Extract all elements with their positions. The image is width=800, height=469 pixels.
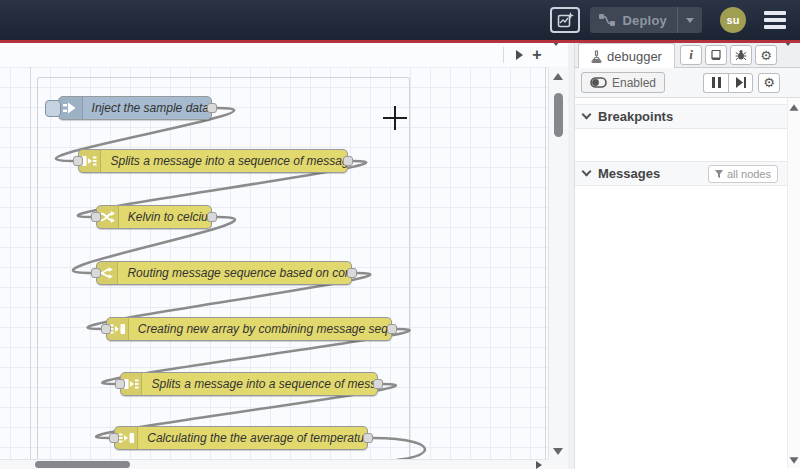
node-label: Creating new array by combining message …: [129, 318, 391, 340]
chevron-down-icon: [552, 43, 560, 63]
sidebar-tabbar: debugger i ⚙: [575, 43, 800, 68]
node-port-input[interactable]: [91, 212, 101, 222]
gear-icon: ⚙: [760, 49, 772, 62]
flow-node-join[interactable]: Calculating the the average of temperatu…: [114, 426, 368, 450]
play-icon: [516, 50, 523, 60]
scroll-up-arrow[interactable]: [553, 73, 563, 80]
messages-list: [575, 186, 800, 431]
node-label: Kelvin to celcius: [119, 206, 211, 228]
enabled-toggle-button[interactable]: Enabled: [581, 72, 665, 93]
settings-button[interactable]: ⚙: [755, 45, 777, 65]
deploy-button[interactable]: Deploy: [590, 7, 702, 33]
book-icon: [710, 49, 722, 61]
inject-icon: [59, 97, 83, 119]
node-port-input[interactable]: [115, 379, 125, 389]
menu-icon: [764, 11, 786, 15]
step-button[interactable]: [728, 73, 753, 93]
node-label: Splits a message into a sequence of mess…: [142, 373, 377, 395]
node-port-output[interactable]: [207, 103, 217, 113]
breakpoints-list: [575, 129, 800, 155]
breakpoints-title: Breakpoints: [598, 109, 673, 124]
info-icon: i: [689, 47, 693, 63]
sidebar-tab-buttons: i ⚙: [680, 45, 796, 67]
workspace-left-edge: [30, 67, 31, 459]
node-port-input[interactable]: [109, 433, 119, 443]
node-label: Inject the sample data: [83, 97, 211, 119]
node-label: Calculating the the average of temperatu…: [138, 427, 367, 449]
info-button[interactable]: i: [680, 45, 702, 65]
pause-icon: [712, 77, 721, 88]
canvas-vertical-scrollbar[interactable]: [548, 67, 568, 459]
sidebar: debugger i ⚙: [575, 43, 800, 469]
step-icon: [736, 77, 746, 88]
tab-label: debugger: [607, 49, 662, 64]
node-port-output[interactable]: [363, 433, 373, 443]
debugger-settings-button[interactable]: ⚙: [758, 73, 780, 93]
horizontal-scrollbar-thumb[interactable]: [35, 461, 130, 468]
chevron-down-icon: [582, 110, 592, 120]
scroll-down-arrow[interactable]: [553, 448, 563, 455]
flow-assistant-button[interactable]: [550, 7, 580, 33]
canvas-horizontal-scrollbar[interactable]: [0, 459, 548, 469]
scroll-right-arrow[interactable]: [536, 461, 542, 469]
node-port-input[interactable]: [73, 156, 83, 166]
chevron-down-icon: [686, 18, 694, 23]
canvas-toolbar: +: [0, 43, 568, 67]
node-port-output[interactable]: [343, 156, 353, 166]
node-port-input[interactable]: [101, 324, 111, 334]
flow-sparkle-icon: [557, 12, 574, 29]
chevron-down-icon: [582, 167, 592, 177]
user-avatar[interactable]: su: [720, 7, 746, 33]
main-menu-button[interactable]: [764, 11, 786, 29]
scroll-down-arrow[interactable]: [790, 457, 799, 463]
debugger-toolbar: Enabled ⚙: [575, 68, 800, 98]
toggle-icon: [590, 77, 607, 88]
flow-node-join[interactable]: Creating new array by combining message …: [106, 317, 392, 341]
node-port-output[interactable]: [373, 379, 383, 389]
filter-all-nodes-button[interactable]: all nodes: [708, 165, 778, 183]
tab-debugger[interactable]: debugger: [578, 43, 675, 68]
deploy-options-caret[interactable]: [678, 18, 702, 23]
canvas-play-button[interactable]: [510, 46, 528, 64]
debug-button[interactable]: [730, 45, 752, 65]
node-port-output[interactable]: [387, 324, 397, 334]
pause-button[interactable]: [703, 73, 728, 93]
section-breakpoints[interactable]: Breakpoints: [575, 104, 800, 129]
header-accent-line: [0, 40, 800, 43]
canvas-add-button[interactable]: +: [528, 46, 546, 64]
node-label: Routing message sequence based on condit…: [118, 262, 351, 284]
header-bar: Deploy su: [0, 0, 800, 40]
plus-icon: +: [532, 47, 541, 63]
deploy-label: Deploy: [622, 13, 667, 28]
workspace-right-edge: [545, 67, 546, 459]
flow-node-switch[interactable]: Routing message sequence based on condit…: [96, 261, 352, 285]
inject-trigger-button[interactable]: [45, 100, 61, 117]
node-port-output[interactable]: [207, 212, 217, 222]
flow-canvas[interactable]: Inject the sample dataSplits a message i…: [0, 43, 568, 469]
node-label: Splits a message into a sequence of mess…: [101, 150, 347, 172]
scrollbar-corner: [548, 459, 568, 469]
flask-icon: [591, 50, 602, 63]
scroll-up-arrow[interactable]: [790, 104, 799, 110]
deploy-wire-icon: [599, 14, 615, 26]
sidebar-scrollbar[interactable]: [787, 98, 800, 468]
flow-node-change[interactable]: Kelvin to celcius: [96, 205, 212, 229]
flow-node-split[interactable]: Splits a message into a sequence of mess…: [78, 149, 348, 173]
flow-node-split[interactable]: Splits a message into a sequence of mess…: [120, 372, 378, 396]
filter-icon: [715, 170, 723, 178]
gear-icon: ⚙: [763, 76, 775, 89]
debugger-panel: Breakpoints Messages all nodes: [575, 98, 800, 468]
enabled-label: Enabled: [612, 76, 656, 90]
sidebar-tabs-caret[interactable]: [780, 46, 796, 64]
canvas-dropdown-button[interactable]: [552, 46, 560, 64]
section-messages[interactable]: Messages all nodes: [575, 161, 800, 186]
messages-title: Messages: [598, 166, 660, 181]
sidebar-splitter[interactable]: [568, 43, 575, 469]
chevron-down-icon: [784, 41, 792, 63]
node-port-input[interactable]: [91, 268, 101, 278]
vertical-scrollbar-thumb[interactable]: [554, 93, 563, 137]
flow-node-inject[interactable]: Inject the sample data: [58, 96, 212, 120]
bug-icon: [735, 49, 747, 61]
docs-button[interactable]: [705, 45, 727, 65]
node-port-output[interactable]: [347, 268, 357, 278]
